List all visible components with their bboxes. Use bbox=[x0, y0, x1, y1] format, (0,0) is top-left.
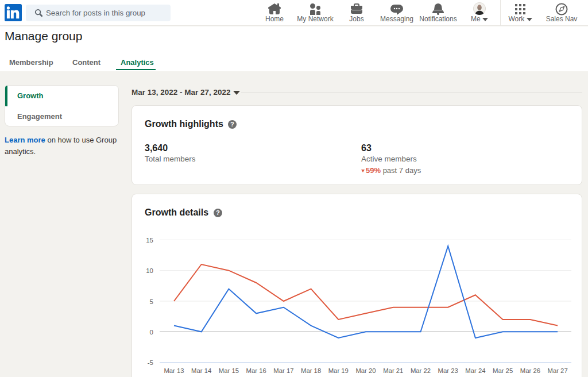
svg-text:?: ? bbox=[230, 121, 234, 128]
svg-text:Mar 18: Mar 18 bbox=[301, 367, 321, 374]
svg-text:Mar 23: Mar 23 bbox=[438, 367, 458, 374]
svg-text:5: 5 bbox=[150, 298, 153, 305]
svg-text:Mar 13: Mar 13 bbox=[164, 367, 184, 374]
svg-text:Mar 15: Mar 15 bbox=[219, 367, 239, 374]
svg-text:10: 10 bbox=[146, 267, 153, 274]
svg-text:Mar 26: Mar 26 bbox=[520, 367, 540, 374]
svg-text:Mar 24: Mar 24 bbox=[465, 367, 485, 374]
svg-text:0: 0 bbox=[150, 329, 153, 336]
svg-text:Mar 21: Mar 21 bbox=[383, 367, 403, 374]
svg-text:Mar 14: Mar 14 bbox=[191, 367, 211, 374]
svg-text:Mar 25: Mar 25 bbox=[493, 367, 513, 374]
svg-text:-5: -5 bbox=[148, 359, 153, 366]
svg-text:Mar 22: Mar 22 bbox=[411, 367, 431, 374]
svg-text:Mar 17: Mar 17 bbox=[273, 367, 293, 374]
svg-text:15: 15 bbox=[146, 237, 153, 244]
svg-text:Mar 27: Mar 27 bbox=[548, 367, 568, 374]
svg-text:Mar 19: Mar 19 bbox=[328, 367, 349, 374]
svg-text:Mar 16: Mar 16 bbox=[246, 367, 266, 374]
svg-text:Mar 20: Mar 20 bbox=[355, 367, 376, 374]
